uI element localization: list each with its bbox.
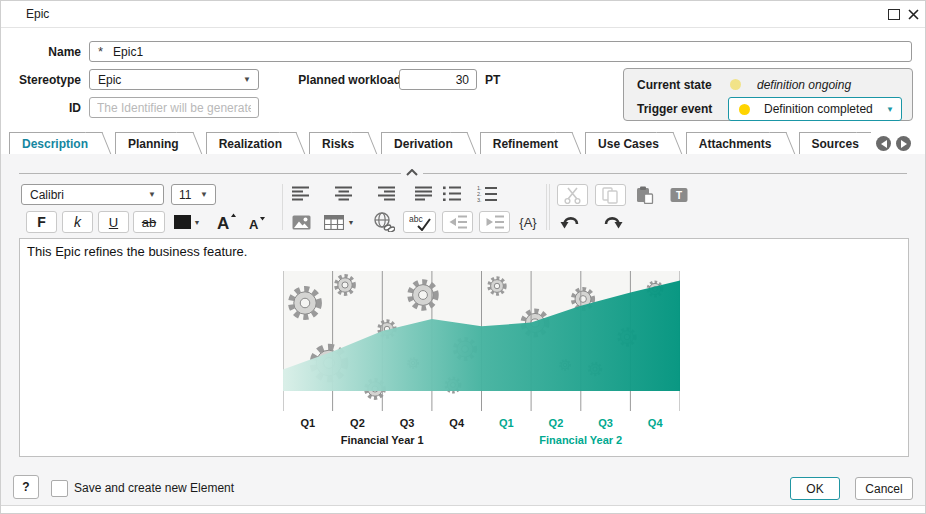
italic-button[interactable]: k <box>62 211 93 233</box>
name-input[interactable]: * Epic1 <box>89 41 912 62</box>
paste-text-button[interactable]: T <box>667 184 691 206</box>
image-icon <box>292 215 311 230</box>
indent-button[interactable] <box>479 211 510 233</box>
name-label: Name <box>1 45 81 59</box>
align-right-button[interactable] <box>378 186 396 201</box>
tab-use-cases[interactable]: Use Cases <box>585 132 669 154</box>
outdent-button[interactable] <box>442 211 473 233</box>
description-editor[interactable]: This Epic refines the business feature. <box>19 238 909 457</box>
strikethrough-button[interactable]: ab <box>133 211 165 233</box>
tab-attachments[interactable]: Attachments <box>686 132 782 154</box>
align-left-icon <box>292 186 310 201</box>
font-color-button[interactable]: ▼ <box>171 211 203 233</box>
cut-icon <box>564 187 581 204</box>
undo-button[interactable] <box>557 211 583 233</box>
tab-label: Refinement <box>493 137 558 151</box>
trigger-event-select[interactable]: Definition completed ▼ <box>728 97 902 121</box>
paste-icon <box>636 186 654 204</box>
close-button[interactable] <box>904 6 922 22</box>
trigger-event-dot <box>739 104 750 115</box>
cancel-button[interactable]: Cancel <box>855 477 913 500</box>
insert-table-button[interactable]: ▼ <box>321 212 357 232</box>
spellcheck-icon: abc <box>409 214 431 231</box>
tab-risks[interactable]: Risks <box>309 132 364 154</box>
toolbar-separator <box>549 184 550 230</box>
table-icon <box>324 215 344 230</box>
spellcheck-button[interactable]: abc <box>403 211 436 233</box>
planned-workload-label: Planned workload <box>251 73 401 87</box>
font-size-value: 11 <box>179 188 191 202</box>
tab-label: Description <box>22 137 88 151</box>
planned-workload-value: 30 <box>456 73 469 87</box>
align-center-button[interactable] <box>335 186 353 201</box>
chevron-down-icon: ▼ <box>243 75 251 84</box>
tab-scroll-left-button[interactable] <box>876 136 891 151</box>
insert-image-button[interactable] <box>289 212 313 232</box>
quarter-label: Q2 <box>531 417 581 429</box>
quarter-label: Q1 <box>283 417 333 429</box>
cut-button[interactable] <box>557 184 588 206</box>
format-braces-button[interactable]: {A} <box>513 211 543 233</box>
quarter-label: Q4 <box>630 417 680 429</box>
current-state-label: Current state <box>637 78 712 92</box>
tab-label: Risks <box>322 137 354 151</box>
bottom-strip <box>1 505 926 514</box>
decrease-font-button[interactable]: A <box>244 212 270 233</box>
chevron-up-icon <box>406 169 418 176</box>
tab-label: Derivation <box>394 137 453 151</box>
tab-scroll-right-icon <box>901 140 907 148</box>
tab-planning[interactable]: Planning <box>115 132 189 154</box>
description-panel: Calibri ▼ 11 ▼ <box>1 154 926 505</box>
chevron-down-icon: ▼ <box>886 105 894 114</box>
bold-button[interactable]: F <box>26 211 57 233</box>
quarter-label: Q3 <box>581 417 631 429</box>
chevron-down-icon: ▼ <box>148 190 156 199</box>
workload-unit: PT <box>485 73 500 87</box>
justify-button[interactable] <box>415 186 433 201</box>
underline-button[interactable]: U <box>98 211 129 233</box>
font-size-select[interactable]: 11 ▼ <box>171 184 216 205</box>
planned-workload-input[interactable]: 30 <box>399 69 477 90</box>
hyperlink-button[interactable] <box>371 210 397 234</box>
tab-derivation[interactable]: Derivation <box>381 132 463 154</box>
current-state-dot <box>730 79 741 90</box>
save-and-create-label: Save and create new Element <box>74 481 234 495</box>
year-labels-row: Financial Year 1 Financial Year 2 <box>283 434 680 446</box>
maximize-button[interactable] <box>885 6 903 22</box>
tab-realization[interactable]: Realization <box>206 132 292 154</box>
font-family-value: Calibri <box>30 188 64 202</box>
increase-font-button[interactable]: A <box>212 209 240 233</box>
copy-icon <box>602 187 619 204</box>
redo-icon <box>602 214 623 231</box>
bullet-list-button[interactable] <box>443 186 462 201</box>
tab-bar: DescriptionPlanningRealizationRisksDeriv… <box>9 132 871 154</box>
chevron-down-icon: ▼ <box>200 190 208 199</box>
trigger-event-value: Definition completed <box>764 102 873 116</box>
tab-scroll-right-button[interactable] <box>896 136 911 151</box>
save-and-create-checkbox[interactable] <box>51 480 68 497</box>
id-input[interactable] <box>89 97 259 118</box>
numbered-list-button[interactable]: 1. 2. 3. <box>477 186 498 202</box>
collapse-toolbar-button[interactable] <box>401 166 423 178</box>
ok-button[interactable]: OK <box>790 477 840 500</box>
embedded-chart-image: Q1Q2Q3Q4Q1Q2Q3Q4 Financial Year 1 Financ… <box>283 271 680 446</box>
quarter-label: Q2 <box>333 417 383 429</box>
fy2-label: Financial Year 2 <box>482 434 681 446</box>
svg-text:3.: 3. <box>477 197 482 202</box>
stereotype-select[interactable]: Epic ▼ <box>89 69 259 90</box>
maximize-icon <box>888 9 900 20</box>
state-panel: Current state definition ongoing Trigger… <box>623 68 913 121</box>
align-left-button[interactable] <box>292 186 310 201</box>
tab-sources[interactable]: Sources <box>799 132 869 154</box>
help-button[interactable]: ? <box>13 475 39 499</box>
tab-description[interactable]: Description <box>9 132 98 154</box>
quarter-labels-row: Q1Q2Q3Q4Q1Q2Q3Q4 <box>283 417 680 429</box>
stereotype-label: Stereotype <box>1 73 81 87</box>
font-family-select[interactable]: Calibri ▼ <box>21 184 164 205</box>
redo-button[interactable] <box>599 211 625 233</box>
stereotype-value: Epic <box>98 73 121 87</box>
tab-refinement[interactable]: Refinement <box>480 132 568 154</box>
paste-button[interactable] <box>633 184 657 206</box>
copy-button[interactable] <box>595 184 626 206</box>
toolbar-separator <box>282 184 283 230</box>
